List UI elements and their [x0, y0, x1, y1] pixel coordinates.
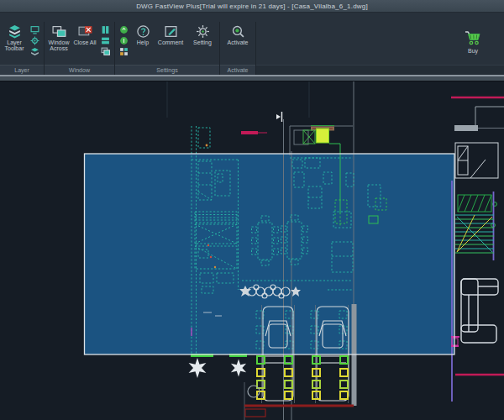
group-label-activate: Activate	[220, 65, 255, 75]
window-title: DWG FastView Plus[Trial will expire in 2…	[136, 3, 368, 10]
buy-button[interactable]: Buy	[464, 30, 482, 54]
right-plan	[451, 107, 504, 402]
gear-small-icon[interactable]	[30, 36, 39, 45]
layer-toolbar-button[interactable]: Layer Toolbar	[2, 24, 27, 52]
close-all-button[interactable]: Close All	[72, 24, 97, 46]
grid-icon[interactable]	[119, 47, 129, 56]
tree-symbols	[189, 358, 260, 397]
circle-green-icon[interactable]	[119, 36, 129, 45]
settings-small-icons	[117, 24, 131, 58]
layer-small-icons	[28, 24, 42, 58]
magnifier-icon	[231, 24, 245, 39]
button-label: Close All	[73, 39, 96, 45]
group-label-window: Window	[45, 65, 114, 75]
help-icon	[136, 24, 150, 39]
circle-green-icon[interactable]	[119, 25, 129, 34]
layers-small-icon[interactable]	[30, 47, 39, 56]
title-bar[interactable]: DWG FastView Plus[Trial will expire in 2…	[0, 0, 504, 13]
ground-line	[244, 406, 354, 417]
comment-icon	[164, 24, 178, 39]
ribbon-filler: Buy	[256, 22, 504, 75]
selection-window	[85, 154, 455, 354]
star-icon	[231, 360, 246, 377]
group-label-layer: Layer	[0, 65, 44, 75]
window-across-button[interactable]: Window Across	[46, 24, 71, 52]
activate-button[interactable]: Activate	[222, 24, 254, 46]
group-label-settings: Settings	[115, 65, 219, 75]
ribbon-toolbar: Layer Toolbar Layer	[0, 13, 504, 75]
window-small-icons	[98, 24, 113, 58]
button-label: Comment	[158, 39, 183, 45]
comment-button[interactable]: Comment	[155, 24, 186, 46]
ribbon-group-window: Window Across Close All	[45, 22, 115, 75]
tile-vertical-icon[interactable]	[101, 25, 110, 34]
ribbon-group-activate: Activate Activate	[220, 22, 256, 75]
cursor-icon	[276, 112, 282, 122]
faint-lines	[167, 81, 309, 118]
ribbon-group-layer: Layer Toolbar Layer	[0, 22, 45, 75]
dwg-fastview-window: DWG FastView Plus[Trial will expire in 2…	[0, 0, 504, 420]
close-window-icon	[78, 24, 92, 39]
windows-icon	[52, 24, 66, 39]
dwg-viewport	[0, 81, 504, 420]
gear-icon	[196, 24, 210, 39]
cart-icon	[464, 30, 482, 47]
ribbon-group-settings: Help Comment	[115, 22, 220, 75]
buy-label: Buy	[468, 48, 478, 54]
button-label: Window Across	[46, 39, 71, 51]
ribbon-bottom-edge	[0, 75, 504, 81]
sofa-symbol	[461, 279, 498, 343]
button-label: Setting	[193, 39, 212, 45]
tile-horizontal-icon[interactable]	[101, 36, 110, 45]
button-label: Layer Toolbar	[2, 39, 27, 51]
star-icon	[189, 358, 207, 378]
drawing-canvas[interactable]	[0, 81, 504, 420]
button-label: Help	[137, 39, 149, 45]
setting-button[interactable]: Setting	[187, 24, 218, 46]
monitor-small-icon[interactable]	[30, 25, 39, 34]
layers-icon	[8, 24, 22, 39]
stairs-symbol	[455, 215, 494, 253]
button-label: Activate	[228, 39, 249, 45]
help-button[interactable]: Help	[132, 24, 154, 46]
cascade-icon[interactable]	[101, 47, 110, 56]
